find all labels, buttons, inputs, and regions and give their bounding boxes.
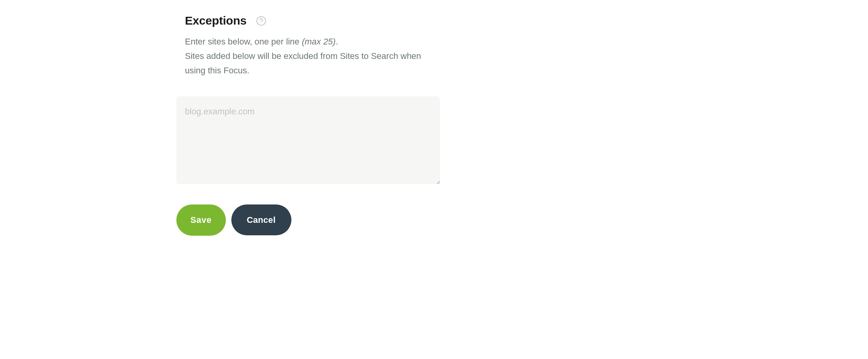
desc-line2: Sites added below will be excluded from …	[185, 51, 421, 75]
svg-point-0	[257, 16, 266, 25]
section-title: Exceptions	[185, 14, 247, 27]
save-button[interactable]: Save	[176, 204, 226, 236]
help-icon[interactable]	[256, 16, 266, 26]
desc-prefix: Enter sites below, one per line	[185, 37, 302, 46]
exceptions-textarea[interactable]	[176, 96, 440, 184]
cancel-button[interactable]: Cancel	[231, 204, 291, 235]
svg-point-1	[261, 23, 261, 23]
button-row: Save Cancel	[176, 204, 440, 236]
desc-period: .	[335, 37, 338, 46]
desc-max-note: (max 25)	[302, 37, 336, 46]
section-description: Enter sites below, one per line (max 25)…	[185, 34, 440, 78]
